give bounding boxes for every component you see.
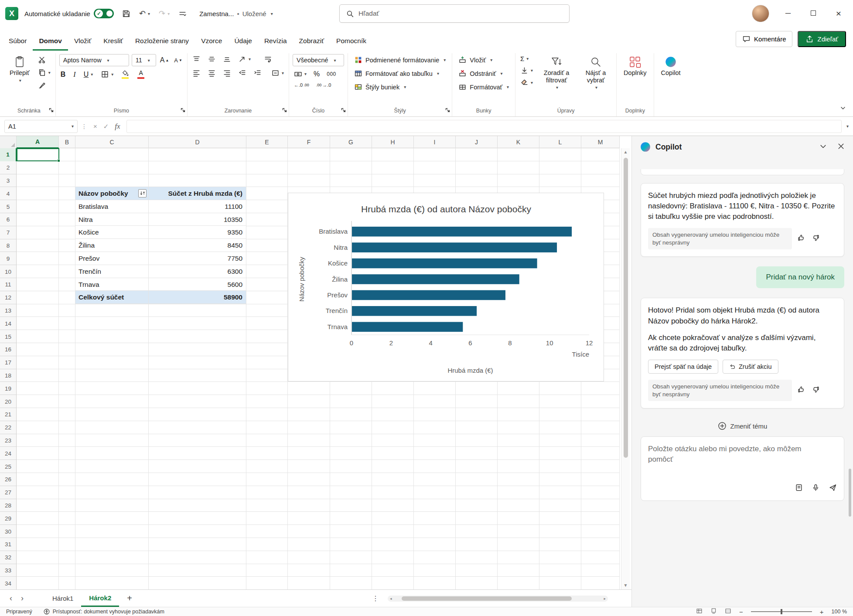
font-name-select[interactable]: Aptos Narrow▾ [59,54,129,66]
pivot-data-row[interactable]: Trenčín6300 [75,265,246,278]
align-middle-button[interactable] [206,54,217,64]
tab-pomocník[interactable]: Pomocník [330,33,372,51]
percent-button[interactable]: % [312,69,321,79]
pivot-data-row-cell-1[interactable]: 6300 [149,265,246,278]
pivot-data-row-cell-0[interactable]: Bratislava [75,200,149,213]
comments-button[interactable]: Komentáre [736,31,792,47]
row-header-26[interactable]: 26 [0,473,16,486]
zoom-level[interactable]: 100 % [832,609,847,615]
tab-vložiť[interactable]: Vložiť [68,33,97,51]
pivot-sort-filter-button[interactable] [138,189,147,197]
column-header-D[interactable]: D [149,136,246,148]
close-pane-icon[interactable] [837,142,845,152]
undo-button[interactable]: ↶▾ [138,8,151,19]
align-left-button[interactable] [191,68,202,78]
row-header-7[interactable]: 7 [0,226,16,239]
prompt-guide-icon[interactable] [795,483,803,493]
namebox-resize-handle[interactable]: ⋮ [81,123,87,130]
autosum-button[interactable]: Σ▾ [519,54,534,63]
font-dialog-launcher[interactable] [181,108,185,114]
row-header-19[interactable]: 19 [0,382,16,395]
accounting-format-button[interactable]: ▾ [293,69,308,79]
select-all-corner[interactable] [0,136,17,148]
normal-view-icon[interactable] [696,608,703,616]
maximize-button[interactable] [807,9,820,18]
insert-cells-button[interactable]: Vložiť▾ [456,54,495,66]
share-button[interactable]: Zdieľať [798,31,846,47]
row-header-31[interactable]: 31 [0,538,16,551]
row-header-24[interactable]: 24 [0,447,16,460]
clipboard-dialog-launcher[interactable] [49,108,54,114]
increase-font-button[interactable]: A▲ [159,55,171,65]
tab-súbor[interactable]: Súbor [3,33,33,51]
fill-handle[interactable] [57,159,60,162]
toolbar-options-button[interactable] [177,9,188,19]
row-header-30[interactable]: 30 [0,525,16,538]
zoom-slider[interactable] [751,611,812,612]
vertical-scrollbar[interactable]: ▲ ▼ [621,148,630,589]
minimize-button[interactable]: ─ [781,9,795,18]
row-header-3[interactable]: 3 [0,174,16,187]
collapse-ribbon-button[interactable] [840,105,846,113]
wrap-text-button[interactable] [263,54,273,64]
pivot-data-row-cell-0[interactable]: Košice [75,226,149,239]
tab-domov[interactable]: Domov [33,33,68,51]
change-topic-button[interactable]: Zmeniť tému [641,422,844,430]
increase-indent-button[interactable] [252,68,263,78]
row-header-21[interactable]: 21 [0,408,16,421]
row-header-23[interactable]: 23 [0,434,16,447]
thumbs-down-icon[interactable] [812,385,820,395]
number-dialog-launcher[interactable] [341,108,346,114]
number-format-select[interactable]: Všeobecné▾ [293,54,344,66]
column-header-A[interactable]: A [17,136,59,148]
pivot-header-row-cell-0[interactable]: Názov pobočky [75,187,149,200]
zoom-out-button[interactable]: − [739,608,743,616]
pivot-data-row-cell-1[interactable]: 5600 [149,278,246,291]
zoom-slider-thumb[interactable] [781,609,782,614]
insert-function-button[interactable]: fx [115,122,120,131]
accessibility-status[interactable]: Prístupnosť: dokument vyhovuje požiadavk… [44,609,164,615]
pivot-table[interactable]: Názov pobočkySúčet z Hrubá mzda (€)Brati… [75,187,246,304]
column-header-I[interactable]: I [414,136,456,148]
document-title[interactable]: Zamestna... • Uložené ▾ [199,10,273,17]
tab-zobraziť[interactable]: Zobraziť [293,33,331,51]
row-header-13[interactable]: 13 [0,304,16,317]
name-box[interactable]: A1▾ [4,120,78,133]
cut-button[interactable] [37,55,52,65]
microphone-icon[interactable] [812,483,820,493]
addins-button[interactable]: Doplnky [620,54,650,78]
row-header-18[interactable]: 18 [0,369,16,382]
vertical-scroll-thumb[interactable] [624,158,628,458]
format-painter-button[interactable] [37,80,52,90]
row-header-34[interactable]: 34 [0,577,16,589]
pivot-data-row[interactable]: Košice9350 [75,226,246,239]
row-header-22[interactable]: 22 [0,421,16,434]
find-select-button[interactable]: Nájsť a vybrať▾ [579,54,613,92]
row-header-10[interactable]: 10 [0,265,16,278]
search-input[interactable]: Hľadať [339,4,570,23]
sort-filter-ribbon-button[interactable]: Zoradiť a filtrovať▾ [538,54,575,92]
row-header-6[interactable]: 6 [0,213,16,226]
cancel-formula-icon[interactable]: × [93,123,97,130]
column-header-F[interactable]: F [288,136,330,148]
row-header-5[interactable]: 5 [0,200,16,213]
styles-dialog-launcher[interactable] [445,108,450,114]
row-header-28[interactable]: 28 [0,499,16,512]
sheet-nav-left[interactable]: ‹ [6,594,16,603]
format-as-table-button[interactable]: Formátovať ako tabuľku▾ [351,68,442,79]
decrease-decimal-button[interactable]: .00 →.0 [315,82,333,88]
row-header-32[interactable]: 32 [0,551,16,564]
fill-button[interactable]: ▾ [519,65,534,75]
pivot-data-row-cell-0[interactable]: Trnava [75,278,149,291]
row-header-20[interactable]: 20 [0,395,16,408]
pivot-data-row-cell-0[interactable]: Trenčín [75,265,149,278]
column-header-C[interactable]: C [75,136,149,148]
pivot-total-row-cell-1[interactable]: 58900 [149,291,246,304]
pivot-total-row[interactable]: Celkový súčet58900 [75,291,246,304]
pivot-data-row-cell-1[interactable]: 10350 [149,213,246,226]
save-button[interactable] [121,9,132,19]
tab-údaje[interactable]: Údaje [228,33,258,51]
row-header-29[interactable]: 29 [0,512,16,525]
back-to-data-button[interactable]: Prejsť späť na údaje [648,360,718,374]
delete-cells-button[interactable]: Odstrániť▾ [456,68,505,79]
